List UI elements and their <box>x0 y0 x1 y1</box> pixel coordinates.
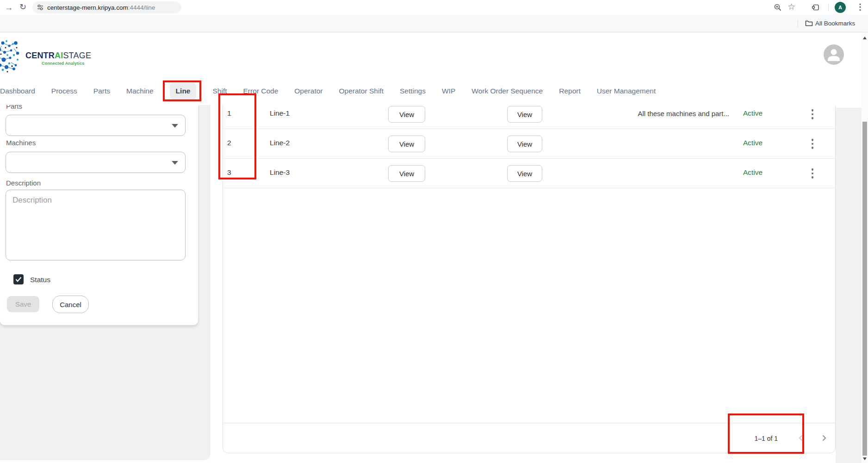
page-scrollbar[interactable] <box>862 32 868 463</box>
view-machines-button[interactable]: View <box>388 106 425 123</box>
nav-tab-dashboard[interactable]: Dashboard <box>0 87 35 95</box>
chevron-down-icon <box>172 161 178 165</box>
annotation-box-line-tab <box>163 80 202 101</box>
nav-tab-operator[interactable]: Operator <box>294 87 322 95</box>
right-gutter-background <box>836 108 862 463</box>
pagination-next-icon[interactable] <box>818 432 830 445</box>
nav-tab-parts[interactable]: Parts <box>93 87 110 95</box>
table-row: 3Line-3ViewViewActive <box>223 159 835 188</box>
description-cell: All these machines and part... <box>638 110 729 117</box>
description-placeholder: Description <box>12 196 52 204</box>
person-icon <box>824 44 844 65</box>
url-text: centerstage-mern.kripya.com:4444/line <box>47 4 155 11</box>
nav-tab-error-code[interactable]: Error Code <box>243 87 279 95</box>
row-menu-kebab-icon[interactable] <box>807 136 818 151</box>
nav-tab-user-management[interactable]: User Management <box>597 87 656 95</box>
bookmarks-divider <box>798 20 798 27</box>
all-bookmarks-button[interactable]: All Bookmarks <box>815 20 855 27</box>
status-badge: Active <box>743 109 763 117</box>
cancel-button[interactable]: Cancel <box>52 296 89 313</box>
nav-tab-report[interactable]: Report <box>559 87 581 95</box>
view-parts-button[interactable]: View <box>507 136 542 152</box>
page-header: CENTRAISTAGE Connected Analytics <box>0 33 868 77</box>
line-table: 1Line-1ViewViewAll these machines and pa… <box>223 99 836 453</box>
check-icon <box>15 277 22 282</box>
forward-icon[interactable]: → <box>5 3 13 12</box>
browser-profile-avatar[interactable]: A <box>835 2 846 13</box>
scroll-down-icon[interactable] <box>863 457 867 460</box>
status-badge: Active <box>743 139 763 147</box>
view-parts-button[interactable]: View <box>507 106 542 123</box>
nav-tab-shift[interactable]: Shift <box>212 87 227 95</box>
folder-icon <box>805 20 813 28</box>
line-name-cell: Line-1 <box>270 109 290 117</box>
table-footer: 1–1 of 1 <box>223 423 835 453</box>
brand-wordmark: CENTRAISTAGE <box>25 51 91 61</box>
nav-tab-machine[interactable]: Machine <box>126 87 154 95</box>
row-menu-kebab-icon[interactable] <box>807 166 818 181</box>
line-form-card: Parts Machines Description Description S… <box>0 105 198 325</box>
scroll-up-icon[interactable] <box>863 37 867 39</box>
machines-select[interactable] <box>6 152 186 173</box>
status-checkbox[interactable] <box>13 274 24 284</box>
parts-label: Parts <box>6 105 22 110</box>
pagination-label: 1–1 of 1 <box>754 435 778 442</box>
app-nav: DashboardProcessPartsMachineLineShiftErr… <box>0 77 868 105</box>
bookmarks-bar: All Bookmarks <box>0 15 868 32</box>
row-number-cell: 3 <box>227 168 231 177</box>
scrollbar-thumb[interactable] <box>862 122 867 456</box>
nav-tab-settings[interactable]: Settings <box>400 87 426 95</box>
row-number-cell: 1 <box>227 109 231 117</box>
row-menu-kebab-icon[interactable] <box>807 107 818 122</box>
view-machines-button[interactable]: View <box>388 136 425 152</box>
line-name-cell: Line-3 <box>270 168 290 177</box>
browser-toolbar: → ↻ centerstage-mern.kripya.com:4444/lin… <box>0 0 868 15</box>
view-parts-button[interactable]: View <box>507 165 542 182</box>
description-label: Description <box>6 179 41 187</box>
url-bar[interactable]: centerstage-mern.kripya.com:4444/line <box>32 1 181 13</box>
reload-icon[interactable]: ↻ <box>19 3 26 11</box>
nav-tab-process[interactable]: Process <box>51 87 77 95</box>
user-avatar[interactable] <box>824 44 844 65</box>
row-number-cell: 2 <box>227 139 231 147</box>
pagination-prev-icon[interactable] <box>795 432 806 445</box>
brand-tagline: Connected Analytics <box>42 61 85 66</box>
browser-menu-icon[interactable]: ⋮ <box>856 3 864 11</box>
bookmark-star-icon[interactable]: ☆ <box>787 2 795 11</box>
line-name-cell: Line-2 <box>270 139 290 147</box>
parts-select[interactable] <box>6 115 186 136</box>
chevron-down-icon <box>172 124 178 128</box>
site-info-icon[interactable] <box>37 4 43 11</box>
brand-logo-graphic <box>0 39 28 74</box>
table-row: 2Line-2ViewViewActive <box>223 129 835 159</box>
nav-tab-work-order-sequence[interactable]: Work Order Sequence <box>471 87 543 95</box>
nav-tab-wip[interactable]: WIP <box>442 87 455 95</box>
status-label: Status <box>30 276 50 284</box>
description-textarea[interactable]: Description <box>6 190 186 260</box>
nav-tab-operator-shift[interactable]: Operator Shift <box>339 87 384 95</box>
nav-tab-line[interactable]: Line <box>170 83 197 99</box>
status-badge: Active <box>743 168 763 177</box>
view-machines-button[interactable]: View <box>388 165 425 182</box>
machines-label: Machines <box>6 139 36 147</box>
toolbar-divider <box>828 4 829 11</box>
zoom-icon[interactable] <box>774 3 782 13</box>
extensions-icon[interactable] <box>812 3 820 13</box>
save-button[interactable]: Save <box>7 296 39 312</box>
